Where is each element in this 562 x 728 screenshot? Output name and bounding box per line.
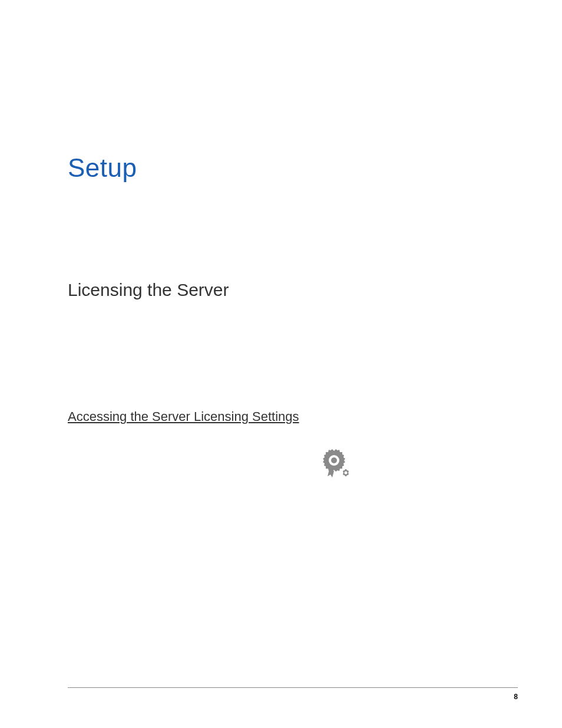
icon-container: [174, 448, 494, 483]
chapter-title: Setup: [68, 153, 494, 183]
svg-point-2: [345, 472, 348, 475]
subsection-title: Accessing the Server Licensing Settings: [68, 409, 494, 424]
footer-divider: [68, 687, 518, 688]
svg-point-1: [331, 457, 337, 463]
page-number: 8: [514, 693, 518, 701]
gear-badge-icon: [318, 448, 351, 481]
section-title: Licensing the Server: [68, 280, 494, 300]
page-content: Setup Licensing the Server Accessing the…: [0, 0, 562, 483]
